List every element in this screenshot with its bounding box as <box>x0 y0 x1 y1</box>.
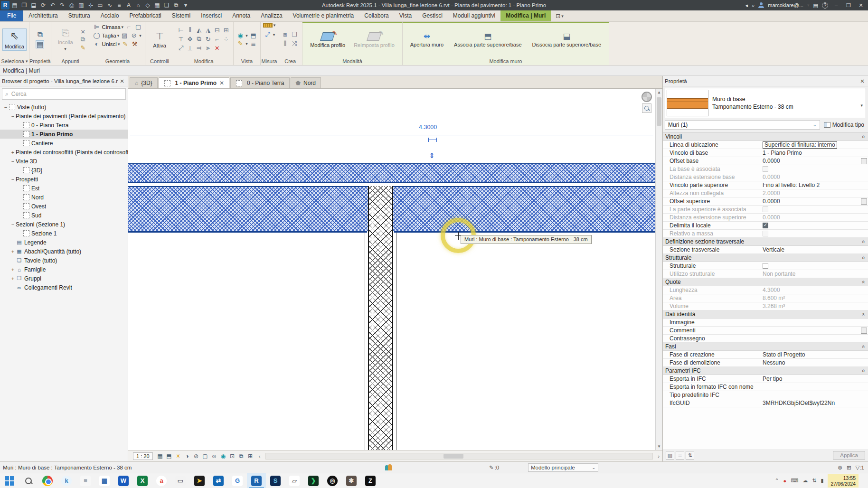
join-geometry-button[interactable]: Unisci <box>102 41 117 47</box>
property-more-button[interactable] <box>861 198 867 205</box>
property-value[interactable]: Verticale <box>760 246 868 253</box>
panel-caption-misura[interactable]: Misura <box>261 57 278 65</box>
tree-item-tavole-tutto-[interactable]: ❏Tavole (tutto) <box>0 256 128 265</box>
trim-extend-single-icon[interactable]: ⫤ <box>195 44 203 52</box>
property-value[interactable]: 0.0000 <box>760 214 868 221</box>
vertical-scroll-thumb[interactable] <box>657 97 661 126</box>
print-preview-icon[interactable]: ▥ <box>77 1 85 9</box>
properties-sort-icon[interactable]: ⇅ <box>686 451 694 460</box>
view-tab--3d-[interactable]: ⌂{3D} <box>130 77 158 88</box>
tree-item-abachi-quantit-tutto-[interactable]: +▦Abachi/Quantità (tutto) <box>0 247 128 256</box>
tree-item-est[interactable]: Est <box>0 184 128 193</box>
section-icon[interactable]: ∿ <box>105 1 114 9</box>
taskbar-cursor-app[interactable]: ➤ <box>190 473 209 488</box>
collapse-chevron-icon[interactable]: « <box>861 135 867 138</box>
tab-vista[interactable]: Vista <box>394 10 417 21</box>
linework-brush-icon[interactable]: ✎ <box>236 39 245 47</box>
tab-modifica-muri[interactable]: Modifica | Muri <box>500 10 551 21</box>
constraints-icon[interactable]: ⊞ <box>246 451 255 460</box>
cope-button[interactable]: Cimasa <box>102 24 121 30</box>
align-icon[interactable]: ⊢ <box>177 26 185 34</box>
taskbar-notepad[interactable]: ≡ <box>76 473 95 488</box>
attach-top-base-button[interactable]: ⬒ Associa parte superiore/base <box>452 31 523 48</box>
temporary-hide-icon[interactable]: ∞ <box>210 451 219 460</box>
property-value[interactable]: 8.600 m² <box>760 294 868 302</box>
taskbar-s3d-app[interactable]: S <box>266 473 285 488</box>
search-binoculars-icon[interactable]: ⌕ <box>752 2 755 9</box>
taskbar-word[interactable]: W <box>114 473 133 488</box>
property-value[interactable]: Nessuno <box>760 359 868 366</box>
property-value[interactable] <box>760 262 868 270</box>
taskbar-excel[interactable]: X <box>133 473 152 488</box>
sync-icon[interactable]: ⟳ <box>39 1 47 9</box>
selection-filter-status[interactable]: ▽:1 <box>856 464 864 471</box>
tree-expand-icon[interactable]: + <box>10 249 16 254</box>
tab-prefabbricati[interactable]: Prefabbricati <box>124 10 166 21</box>
property-section-quote[interactable]: Quote« <box>663 278 868 286</box>
taskbar-tablet-app[interactable]: ▱ <box>285 473 304 488</box>
help-icon[interactable]: ? <box>822 2 828 9</box>
view-tab-close-icon[interactable]: ✕ <box>219 80 224 86</box>
taskbar-z-app[interactable]: Z <box>361 473 380 488</box>
paint-icon[interactable]: ✎ <box>121 40 129 48</box>
project-browser-header[interactable]: Browser di progetto - Villa lunga_fine l… <box>0 76 128 86</box>
taskbar-gimp[interactable]: ✱ <box>342 473 361 488</box>
create-parts-icon[interactable]: ⤨ <box>290 39 299 47</box>
property-section-dati-identit-[interactable]: Dati identità« <box>663 310 868 319</box>
tree-item-0-piano-terra[interactable]: 0 - Piano Terra <box>0 121 128 130</box>
displacement-icon[interactable]: ⧉ <box>237 451 246 460</box>
crop-view-icon[interactable]: ⊘ <box>192 451 201 460</box>
show-desktop-button[interactable] <box>863 473 865 488</box>
close-button[interactable]: ✕ <box>857 2 865 9</box>
tree-item-viste-3d[interactable]: −Viste 3D <box>0 157 128 166</box>
tree-item-sud[interactable]: Sud <box>0 211 128 220</box>
panel-caption-proprieta[interactable]: Proprietà <box>29 57 51 65</box>
reset-profile-button[interactable]: Reimposta profilo <box>352 31 396 49</box>
tree-item-nord[interactable]: Nord <box>0 193 128 202</box>
taskbar-k-app[interactable]: k <box>57 473 76 488</box>
flip-control-icon[interactable]: ⇕ <box>429 151 435 160</box>
tree-item-cantiere[interactable]: Cantiere <box>0 139 128 148</box>
view-tab-1-piano-primo[interactable]: 1 - Piano Primo✕ <box>159 77 229 88</box>
tree-item-piante-dei-pavimenti-piante-del-pavimento-[interactable]: −Piante dei pavimenti (Piante del pavime… <box>0 112 128 121</box>
selected-wall-layer-top[interactable] <box>128 163 655 183</box>
undo-icon[interactable]: ↶ <box>48 1 57 9</box>
move-icon[interactable]: ✥ <box>186 35 194 43</box>
open-file-icon[interactable]: ❐ <box>20 1 28 9</box>
split-element-icon[interactable]: ⊟ <box>213 26 221 34</box>
hscroll-left-icon[interactable]: ‹ <box>256 453 264 459</box>
property-value[interactable] <box>760 391 868 399</box>
wall-join-icon[interactable]: ⌐ <box>124 23 133 31</box>
selection-filter-dropdown[interactable]: Muri (1)⌄ <box>665 120 820 130</box>
view-tab-0-piano-terra[interactable]: 0 - Piano Terra <box>230 77 290 88</box>
worksets-icon[interactable] <box>385 464 392 471</box>
property-section-strutturale[interactable]: Strutturale« <box>663 254 868 262</box>
store-icon[interactable]: ▤ <box>813 2 818 9</box>
panel-caption-modalita[interactable]: Modalità <box>302 57 402 65</box>
properties-close-icon[interactable]: ✕ <box>859 78 866 84</box>
scale-icon[interactable]: ⤢ <box>177 44 185 52</box>
tree-item-famiglie[interactable]: +⌂Famiglie <box>0 265 128 274</box>
mirror-draw-axis-icon[interactable]: ◮ <box>204 26 212 34</box>
tree-item-collegamenti-revit[interactable]: ∞Collegamenti Revit <box>0 283 128 292</box>
hammer-icon[interactable]: ⚒ <box>130 40 139 48</box>
restore-button[interactable]: ❐ <box>844 2 853 9</box>
tree-expand-icon[interactable]: − <box>3 104 9 110</box>
zoom-tool-icon[interactable] <box>642 103 651 113</box>
property-value[interactable]: 1 - Piano Primo <box>760 149 868 157</box>
collapse-chevron-icon[interactable]: « <box>861 256 867 259</box>
taskbar-revit[interactable]: R <box>247 473 266 488</box>
exclude-options-icon[interactable]: ⊚ <box>838 464 842 471</box>
property-value[interactable]: Fino al livello: Livello 2 <box>760 181 868 189</box>
redo-icon[interactable]: ↷ <box>58 1 66 9</box>
tree-item-ovest[interactable]: Ovest <box>0 202 128 211</box>
collapse-chevron-icon[interactable]: « <box>861 345 867 348</box>
demolish-icon[interactable]: ▢ <box>134 23 142 31</box>
reveal-hidden-icon[interactable]: ◉ <box>219 451 228 460</box>
editable-only-control[interactable]: ✎:0 <box>489 464 499 471</box>
panel-caption-modifica[interactable]: Modifica <box>174 57 233 65</box>
tree-item-piante-dei-controsoffitti-pianta-dei-controsoffitti-[interactable]: +Piante dei controsoffitti (Pianta dei c… <box>0 148 128 157</box>
property-value[interactable] <box>760 222 868 229</box>
tree-expand-icon[interactable]: − <box>10 113 16 119</box>
panel-caption-crea[interactable]: Crea <box>278 57 302 65</box>
